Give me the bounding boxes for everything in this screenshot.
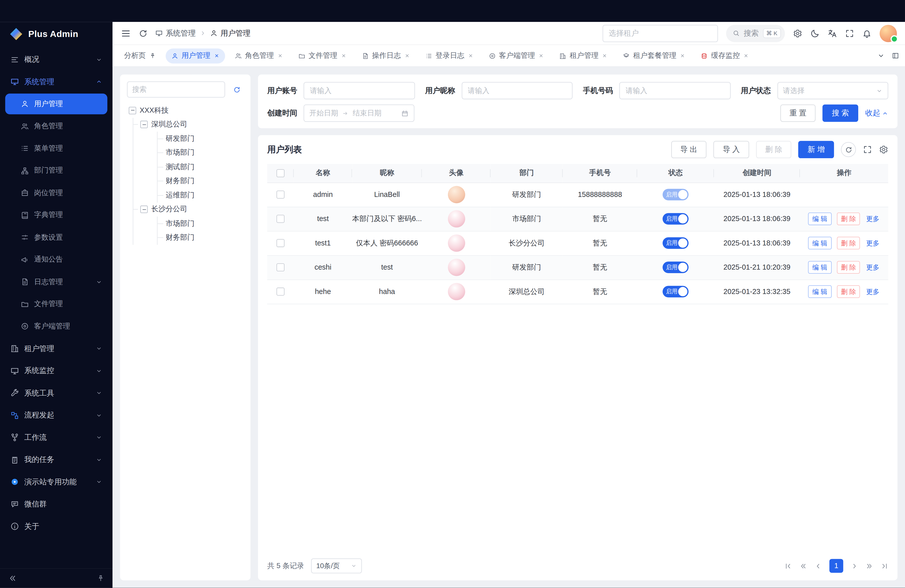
sidebar-item-post-management[interactable]: 岗位管理 (5, 183, 107, 203)
more-button[interactable]: 更多 (865, 237, 880, 250)
collapse-sidebar-icon[interactable] (8, 574, 17, 583)
status-toggle[interactable]: 启用 (663, 189, 689, 200)
translate-icon[interactable] (827, 29, 837, 38)
date-range-picker[interactable]: 开始日期 结束日期 (304, 105, 414, 122)
tree-expand-toggle[interactable] (140, 206, 148, 213)
close-icon[interactable] (680, 53, 685, 58)
tree-node-dept[interactable]: 财务部门 (158, 174, 244, 188)
pin-sidebar-icon[interactable] (97, 575, 105, 582)
refresh-page-icon[interactable] (138, 29, 148, 38)
phone-input[interactable] (619, 82, 730, 99)
more-button[interactable]: 更多 (865, 261, 880, 274)
sidebar-item-tenant-management[interactable]: 租户管理 (5, 338, 107, 359)
row-checkbox[interactable] (276, 191, 284, 199)
tab-user-management[interactable]: 用户管理 (165, 48, 225, 64)
tab-cache-monitor[interactable]: 缓存监控 (695, 48, 754, 64)
edit-button[interactable]: 编 辑 (808, 285, 831, 298)
tree-node-company-root[interactable]: XXX科技 (127, 103, 244, 118)
prev-page-icon[interactable] (814, 563, 822, 570)
pin-icon[interactable] (149, 52, 156, 59)
account-input[interactable] (304, 82, 415, 99)
more-button[interactable]: 更多 (865, 213, 880, 225)
delete-button[interactable]: 删 除 (837, 213, 860, 225)
tree-node-dept[interactable]: 运维部门 (158, 188, 244, 202)
bulk-delete-button[interactable]: 删 除 (756, 141, 791, 158)
tab-tenant-management[interactable]: 租户管理 (554, 48, 613, 64)
collapse-filters-link[interactable]: 收起 (865, 108, 888, 118)
tree-node-branch[interactable]: 长沙分公司 (133, 202, 244, 216)
sidebar-item-menu-management[interactable]: 菜单管理 (5, 138, 107, 159)
fullscreen-icon[interactable] (845, 29, 854, 38)
close-icon[interactable] (602, 53, 607, 58)
next-pages-icon[interactable] (866, 563, 873, 570)
reset-button[interactable]: 重 置 (780, 105, 816, 122)
prev-pages-icon[interactable] (799, 563, 807, 570)
user-avatar[interactable] (880, 25, 897, 42)
select-all-checkbox[interactable] (276, 169, 284, 177)
last-page-icon[interactable] (881, 563, 888, 570)
tree-node-dept[interactable]: 研发部门 (158, 132, 244, 146)
row-checkbox[interactable] (276, 288, 284, 296)
status-toggle[interactable]: 启用 (663, 262, 689, 273)
tab-client-management[interactable]: 客户端管理 (483, 48, 549, 64)
delete-button[interactable]: 删 除 (837, 285, 860, 298)
sidebar-item-notice-announcement[interactable]: 通知公告 (5, 249, 107, 270)
tabs-panel-icon[interactable] (892, 52, 899, 60)
sidebar-item-my-tasks[interactable]: 我的任务 (5, 449, 107, 470)
sidebar-item-dept-management[interactable]: 部门管理 (5, 160, 107, 181)
tab-analysis[interactable]: 分析页 (118, 48, 161, 64)
tab-operation-log[interactable]: 操作日志 (356, 48, 415, 64)
edit-button[interactable]: 编 辑 (808, 261, 831, 274)
hamburger-menu-icon[interactable] (121, 28, 131, 38)
sidebar-item-role-management[interactable]: 角色管理 (5, 116, 107, 137)
tenant-select-input[interactable] (602, 25, 718, 42)
nickname-input[interactable] (462, 82, 573, 99)
status-toggle[interactable]: 启用 (663, 286, 689, 297)
page-size-select[interactable]: 10条/页 (311, 559, 362, 574)
global-search[interactable]: 搜索 ⌘ K (726, 25, 785, 42)
close-icon[interactable] (214, 53, 219, 58)
sidebar-item-system-tools[interactable]: 系统工具 (5, 383, 107, 404)
sidebar-item-process-initiation[interactable]: 流程发起 (5, 405, 107, 426)
gear-icon[interactable] (793, 29, 802, 38)
tree-refresh-button[interactable] (230, 83, 244, 96)
row-checkbox[interactable] (276, 239, 284, 247)
sidebar-item-wechat-group[interactable]: 微信群 (5, 494, 107, 515)
export-button[interactable]: 导 出 (671, 141, 707, 158)
close-icon[interactable] (538, 53, 544, 58)
status-toggle[interactable]: 启用 (663, 213, 689, 224)
tree-node-dept[interactable]: 市场部门 (158, 146, 244, 160)
tree-node-dept[interactable]: 测试部门 (158, 160, 244, 174)
sidebar-item-param-settings[interactable]: 参数设置 (5, 227, 107, 248)
edit-button[interactable]: 编 辑 (808, 213, 831, 225)
tree-node-dept[interactable]: 财务部门 (158, 230, 244, 245)
tab-tenant-package-management[interactable]: 租户套餐管理 (617, 48, 691, 64)
tree-node-branch[interactable]: 深圳总公司 (133, 118, 244, 132)
sidebar-item-system-management[interactable]: 系统管理 (5, 72, 107, 92)
tree-node-dept[interactable]: 市场部门 (158, 216, 244, 230)
first-page-icon[interactable] (784, 563, 792, 570)
sidebar-item-workflow[interactable]: 工作流 (5, 427, 107, 448)
import-button[interactable]: 导 入 (713, 141, 749, 158)
sidebar-item-about[interactable]: 关于 (5, 516, 107, 537)
close-icon[interactable] (404, 53, 410, 58)
sidebar-item-dict-management[interactable]: 字典管理 (5, 205, 107, 226)
tree-expand-toggle[interactable] (140, 121, 148, 128)
sidebar-item-overview[interactable]: 概况 (5, 49, 107, 70)
table-settings-icon[interactable] (879, 145, 888, 154)
next-page-icon[interactable] (851, 563, 858, 570)
search-button[interactable]: 搜 索 (823, 105, 858, 122)
edit-button[interactable]: 编 辑 (808, 237, 831, 250)
status-toggle[interactable]: 启用 (663, 237, 689, 249)
tab-role-management[interactable]: 角色管理 (229, 48, 288, 64)
close-icon[interactable] (468, 53, 473, 58)
status-select[interactable]: 请选择 (777, 82, 888, 99)
row-checkbox[interactable] (276, 215, 284, 223)
sidebar-item-user-management[interactable]: 用户管理 (5, 94, 107, 114)
current-page-button[interactable]: 1 (829, 559, 843, 573)
tree-expand-toggle[interactable] (129, 106, 136, 114)
bell-icon[interactable] (862, 29, 872, 38)
row-checkbox[interactable] (276, 264, 284, 272)
refresh-table-button[interactable] (841, 142, 856, 157)
more-button[interactable]: 更多 (865, 285, 880, 298)
